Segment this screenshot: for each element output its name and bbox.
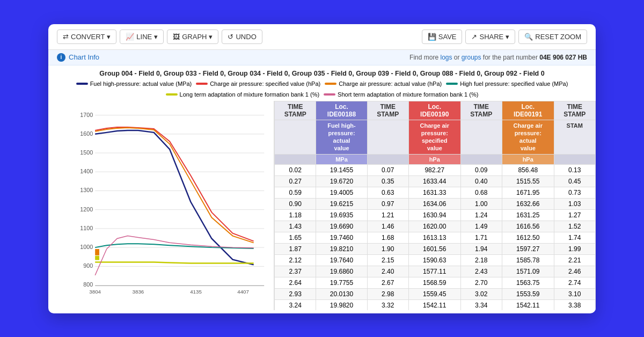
legend-color-0 (76, 83, 88, 85)
legend-label-5: Short term adaptation of mixture formati… (338, 91, 478, 98)
svg-text:1700: 1700 (80, 111, 93, 118)
svg-rect-26 (95, 255, 99, 260)
table-cell: 0.27 (275, 175, 316, 187)
legend-color-2 (325, 83, 336, 85)
table-row: 0.5919.40050.631631.330.681671.950.73 (275, 187, 596, 198)
info-bar: i Chart Info Find more logs or groups fo… (48, 50, 596, 65)
svg-text:3836: 3836 (133, 289, 144, 295)
legend-label-4: Long term adaptation of mixture formatio… (180, 91, 319, 98)
legend-item-2: Charge air pressure: actual value (hPa) (325, 80, 442, 87)
legend-item-3: High fuel pressure: specified value (MPa… (446, 80, 568, 87)
table-cell: 1.49 (460, 221, 502, 232)
table-cell: 2.43 (460, 266, 502, 277)
table-cell: 2.46 (554, 266, 596, 277)
col-header-loc188-label: Loc.IDE00188 (316, 101, 367, 120)
table-cell: 19.9820 (316, 299, 367, 310)
legend-label-1: Charge air pressure: specified value (hP… (210, 80, 320, 87)
table-cell: 3.24 (275, 299, 316, 310)
unit-ide191: hPa (502, 154, 554, 164)
table-cell: 3.10 (554, 288, 596, 299)
unit-ide190: hPa (408, 154, 460, 164)
svg-text:1400: 1400 (80, 168, 93, 174)
table-cell: 1.87 (275, 243, 316, 254)
legend-item-0: Fuel high-pressure: actual value (MPa) (76, 80, 192, 87)
logs-link[interactable]: logs (440, 54, 452, 61)
table-cell: 1.90 (367, 243, 408, 254)
table-cell: 3.32 (367, 299, 408, 310)
table-row: 2.3719.68602.401577.112.431571.092.46 (275, 266, 596, 277)
table-row: 3.2419.98203.321542.113.341542.113.38 (275, 299, 596, 310)
legend-item-1: Charge air pressure: specified value (hP… (196, 80, 320, 87)
table-cell: 19.6720 (316, 175, 367, 187)
table-cell: 1.52 (554, 221, 596, 232)
unit-time2 (367, 154, 408, 164)
table-cell: 1597.27 (502, 243, 554, 254)
table-cell: 19.6860 (316, 266, 367, 277)
line-dropdown-icon: ▾ (154, 33, 158, 41)
undo-icon: ↺ (228, 33, 233, 41)
svg-text:1300: 1300 (80, 187, 93, 193)
zoom-icon: 🔍 (524, 33, 533, 41)
table-cell: 1542.11 (408, 299, 460, 310)
line-button[interactable]: 📈 LINE ▾ (120, 30, 164, 44)
col-header-loc191-label: Loc.IDE00191 (502, 101, 554, 120)
table-row: 0.9019.62150.971634.061.001632.661.03 (275, 198, 596, 209)
convert-button[interactable]: ⇄ CONVERT ▾ (57, 30, 116, 44)
table-row: 0.2719.67200.351633.440.401515.550.45 (275, 175, 596, 187)
svg-text:900: 900 (83, 262, 93, 269)
svg-text:1000: 1000 (80, 244, 93, 250)
share-button[interactable]: ↗ SHARE ▾ (465, 30, 515, 44)
graph-button[interactable]: 🖼 GRAPH ▾ (167, 30, 218, 44)
col-header-time4: TIMESTAMP (554, 101, 596, 120)
table-cell: 0.02 (275, 164, 316, 175)
convert-icon: ⇄ (63, 33, 69, 41)
table-cell: 1630.94 (408, 209, 460, 221)
table-cell: 0.40 (460, 175, 502, 187)
table-cell: 19.7640 (316, 254, 367, 266)
undo-label: UNDO (236, 33, 256, 41)
table-cell: 0.09 (460, 164, 502, 175)
line-label: LINE (136, 33, 152, 41)
table-cell: 1634.06 (408, 198, 460, 209)
reset-zoom-button[interactable]: 🔍 RESET ZOOM (518, 30, 587, 44)
legend-color-5 (324, 93, 335, 96)
col-subheader-ide191: Charge airpressure:actualvalue (502, 120, 554, 154)
table-cell: 2.70 (460, 277, 502, 288)
col-subheader-time4: STAM (554, 120, 596, 154)
info-bar-right: Find more logs or groups for the part nu… (409, 54, 587, 61)
line-icon: 📈 (126, 33, 134, 41)
graph-dropdown-icon: ▾ (209, 33, 213, 41)
table-cell: 0.63 (367, 187, 408, 198)
table-cell: 1616.56 (502, 221, 554, 232)
table-cell: 20.0130 (316, 288, 367, 299)
content-area: 1700 1600 1500 1400 1300 1200 1100 1000 … (48, 101, 596, 313)
data-table[interactable]: TIMESTAMP Loc.IDE00188 TIMESTAMP Loc.IDE… (274, 101, 596, 310)
table-cell: 2.93 (275, 288, 316, 299)
legend-color-1 (196, 83, 208, 85)
undo-button[interactable]: ↺ UNDO (222, 30, 262, 44)
svg-text:1200: 1200 (80, 206, 93, 212)
table-cell: 2.15 (367, 254, 408, 266)
table-cell: 2.37 (275, 266, 316, 277)
save-button[interactable]: 💾 SAVE (422, 30, 463, 44)
table-cell: 19.6690 (316, 221, 367, 232)
info-bar-left: i Chart Info (57, 53, 99, 62)
col-subheader-ide190: Charge airpressure:specifiedvalue (408, 120, 460, 154)
table-cell: 1671.95 (502, 187, 554, 198)
unit-time4 (554, 154, 596, 164)
svg-rect-25 (95, 249, 99, 255)
unit-time3 (460, 154, 502, 164)
table-cell: 2.67 (367, 277, 408, 288)
reset-zoom-label: RESET ZOOM (535, 33, 581, 41)
groups-link[interactable]: groups (462, 54, 481, 61)
legend-label-0: Fuel high-pressure: actual value (MPa) (90, 80, 192, 87)
svg-text:800: 800 (83, 281, 93, 288)
table-cell: 1631.33 (408, 187, 460, 198)
table-cell: 2.18 (460, 254, 502, 266)
table-row: 0.0219.14550.07982.270.09856.480.13 (275, 164, 596, 175)
table-cell: 1515.55 (502, 175, 554, 187)
table-row: 2.6419.77552.671568.592.701563.752.74 (275, 277, 596, 288)
table-cell: 1.46 (367, 221, 408, 232)
table-cell: 1.21 (367, 209, 408, 221)
table-cell: 1633.44 (408, 175, 460, 187)
